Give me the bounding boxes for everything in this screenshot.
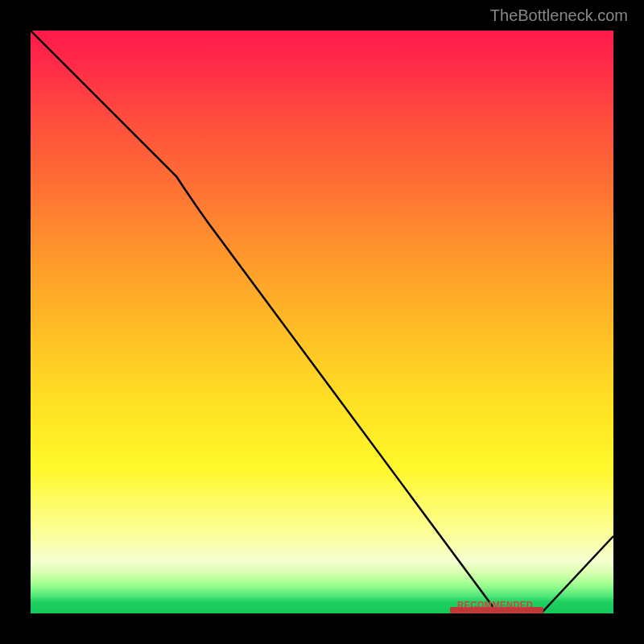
bottleneck-curve-path	[31, 31, 613, 612]
recommended-label: RECOMMENDED	[457, 600, 533, 609]
attribution-text: TheBottleneck.com	[490, 6, 628, 25]
chart-plot-area: RECOMMENDED	[31, 31, 613, 613]
chart-line-svg	[31, 31, 613, 613]
